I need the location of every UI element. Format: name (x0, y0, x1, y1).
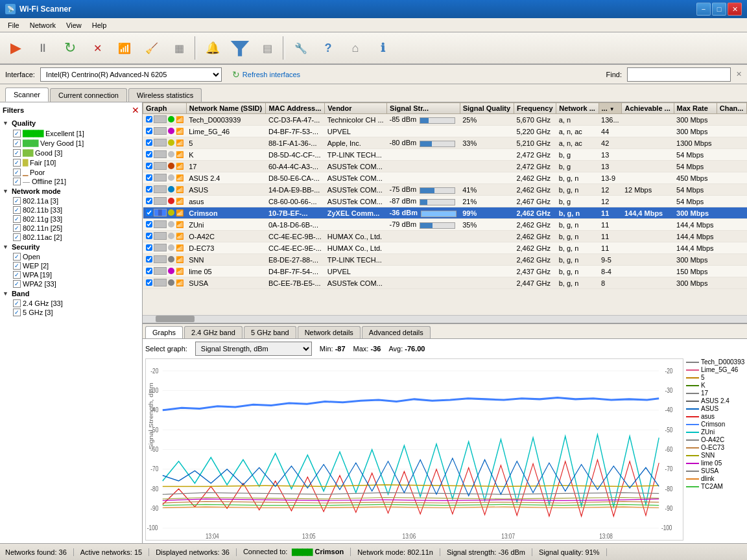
table-row[interactable]: 📶 O-A42C CC-4E-EC-9B-... HUMAX Co., Ltd.… (143, 231, 747, 242)
open-checkbox[interactable] (13, 253, 21, 261)
table-row[interactable]: ▉ 📶 Crimson 10-7B-EF-... ZyXEL Comm... -… (143, 207, 747, 219)
legend-item[interactable]: lime 05 (686, 460, 744, 467)
table-row[interactable]: 📶 ZUni 0A-18-D6-6B-... -79 dBm 35% 2,462… (143, 219, 747, 231)
security-group-header[interactable]: ▼ Security (3, 242, 139, 252)
list-item[interactable]: ▇▇ Good [3] (13, 148, 139, 158)
menu-network[interactable]: Network (25, 20, 61, 30)
col-freq[interactable]: Frequency (514, 103, 556, 114)
excellent-checkbox[interactable] (13, 130, 21, 137)
signal-button[interactable]: 📶 (112, 35, 137, 61)
tab-wireless-statistics[interactable]: Wireless statistics (128, 88, 202, 102)
legend-item[interactable]: O-EC73 (686, 444, 744, 451)
legend-item[interactable]: dlink (686, 475, 744, 482)
list-item[interactable]: 2.4 GHz [33] (13, 299, 139, 308)
minimize-button[interactable]: − (696, 3, 711, 16)
quality-expand-icon[interactable]: ▼ (3, 120, 8, 126)
table-row[interactable]: 📶 Tech_D0003939 CC-D3-FA-47-... Technico… (143, 114, 747, 126)
80211n-checkbox[interactable] (13, 224, 21, 232)
col-signal-str[interactable]: Signal Str... (387, 103, 460, 114)
legend-item[interactable]: 17 (686, 390, 744, 397)
offline-checkbox[interactable] (13, 178, 21, 185)
filter-close-button[interactable]: ✕ (132, 105, 139, 115)
table-scrollbar[interactable] (143, 315, 747, 323)
fair-checkbox[interactable] (13, 159, 21, 167)
find-clear-button[interactable]: ✕ (736, 70, 742, 78)
graph-tab-24ghz[interactable]: 2.4 GHz band (184, 326, 243, 338)
table-row[interactable]: 📶 SNN E8-DE-27-88-... TP-LINK TECH... 2,… (143, 254, 747, 266)
graph-tab-network-details[interactable]: Network details (298, 326, 361, 338)
col-ssid[interactable]: Network Name (SSID) (186, 103, 266, 114)
list-item[interactable]: — Offline [21] (13, 177, 139, 186)
list-item[interactable]: 802.11n [25] (13, 224, 139, 233)
network-mode-expand-icon[interactable]: ▼ (3, 188, 8, 194)
col-signal-quality[interactable]: Signal Quality (460, 103, 514, 114)
interface-select[interactable]: Intel(R) Centrino(R) Advanced-N 6205 (40, 67, 222, 82)
list-item[interactable]: ▁ Poor (13, 167, 139, 177)
maximize-button[interactable]: □ (712, 3, 726, 16)
legend-item[interactable]: ASUS 2.4 (686, 397, 744, 404)
legend-item[interactable]: ZUni (686, 428, 744, 436)
table-row[interactable]: 📶 Lime_5G_46 D4-BF-7F-53-... UPVEL 5,220… (143, 126, 747, 137)
col-channel[interactable]: Chan... (717, 103, 746, 114)
verygood-checkbox[interactable] (13, 139, 21, 147)
grid-button[interactable]: ▤ (254, 35, 280, 61)
table-row[interactable]: 📶 5 88-1F-A1-36-... Apple, Inc. -80 dBm … (143, 137, 747, 149)
band-expand-icon[interactable]: ▼ (3, 290, 8, 297)
graph-tab-5ghz[interactable]: 5 GHz band (244, 326, 296, 338)
list-item[interactable]: 802.11ac [2] (13, 233, 139, 242)
80211g-checkbox[interactable] (13, 215, 21, 223)
close-button[interactable]: ✕ (728, 3, 742, 16)
list-item[interactable]: 802.11g [33] (13, 215, 139, 224)
legend-item[interactable]: asus (686, 413, 744, 420)
menu-file[interactable]: File (3, 20, 25, 30)
network-mode-group-header[interactable]: ▼ Network mode (3, 186, 139, 196)
80211ac-checkbox[interactable] (13, 233, 21, 241)
table-row[interactable]: 📶 ASUS 2.4 D8-50-E6-CA-... ASUSTek COM..… (143, 172, 747, 184)
home-button[interactable]: ⌂ (342, 35, 368, 61)
col-mac[interactable]: MAC Address... (266, 103, 325, 114)
list-item[interactable]: ▇▇▇ Very Good [1] (13, 138, 139, 148)
table-row[interactable]: 📶 SUSA BC-EE-7B-E5-... ASUSTek COM... 2,… (143, 277, 747, 289)
list-item[interactable]: Open (13, 252, 139, 261)
table-row[interactable]: 📶 asus C8-60-00-66-... ASUSTek COM... -8… (143, 196, 747, 207)
table-row[interactable]: 📶 D-EC73 CC-4E-EC-9E-... HUMAX Co., Ltd.… (143, 242, 747, 254)
start-button[interactable]: ▶ (3, 35, 29, 61)
wpa2-checkbox[interactable] (13, 280, 21, 288)
col-network-mode[interactable]: Network ... (556, 103, 599, 114)
menu-help[interactable]: Help (87, 20, 112, 30)
menu-view[interactable]: View (61, 20, 87, 30)
legend-item[interactable]: O-A42C (686, 436, 744, 443)
24ghz-checkbox[interactable] (13, 299, 21, 307)
col-vendor[interactable]: Vendor (325, 103, 387, 114)
refresh-button[interactable]: ↻ (57, 35, 83, 61)
legend-item[interactable]: SNN (686, 452, 744, 459)
quality-group-header[interactable]: ▼ Quality (3, 118, 139, 128)
legend-item[interactable]: TC2AM (686, 483, 744, 490)
tab-current-connection[interactable]: Current connection (50, 88, 127, 102)
wep-checkbox[interactable] (13, 262, 21, 270)
legend-item[interactable]: Tech_D0003939 (686, 358, 744, 366)
settings-button[interactable]: 🔧 (288, 35, 314, 61)
alerts-button[interactable]: 🔔 (200, 35, 226, 61)
80211b-checkbox[interactable] (13, 206, 21, 214)
table-row[interactable]: 📶 ASUS 14-DA-E9-BB-... ASUSTek COM... -7… (143, 184, 747, 196)
col-max-rate[interactable]: Max Rate (674, 103, 717, 114)
network-table-container[interactable]: Graph Network Name (SSID) MAC Address...… (143, 102, 747, 315)
5ghz-checkbox[interactable] (13, 309, 21, 316)
security-expand-icon[interactable]: ▼ (3, 244, 8, 250)
columns-button[interactable]: ▦ (166, 35, 192, 61)
col-achievable[interactable]: Achievable ... (622, 103, 674, 114)
band-group-header[interactable]: ▼ Band (3, 288, 139, 299)
table-row[interactable]: 📶 lime 05 D4-BF-7F-54-... UPVEL 2,437 GH… (143, 266, 747, 277)
legend-item[interactable]: 5 (686, 374, 744, 381)
list-item[interactable]: WPA [19] (13, 270, 139, 279)
legend-item[interactable]: K (686, 382, 744, 389)
good-checkbox[interactable] (13, 149, 21, 157)
clear-button[interactable]: 🧹 (139, 35, 165, 61)
list-item[interactable]: WPA2 [33] (13, 279, 139, 288)
tab-scanner[interactable]: Scanner (5, 88, 49, 102)
legend-item[interactable]: Crimson (686, 421, 744, 428)
list-item[interactable]: 802.11a [3] (13, 196, 139, 205)
info-button[interactable]: ℹ (370, 35, 396, 61)
refresh-interfaces-button[interactable]: ↻ Refresh interfaces (227, 68, 305, 81)
